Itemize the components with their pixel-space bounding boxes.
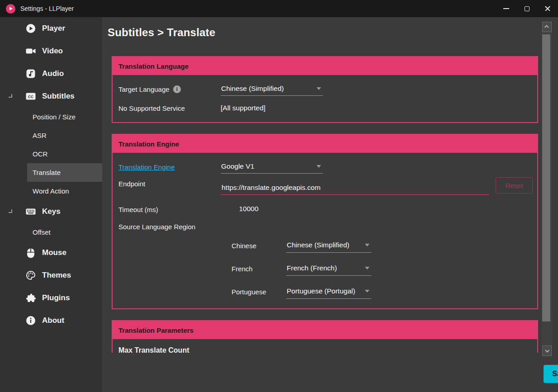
no-supported-service-value: [All supported]	[221, 104, 265, 112]
sidebar-item-mouse[interactable]: Mouse	[0, 241, 102, 264]
scrollbar-thumb[interactable]	[542, 34, 550, 321]
minimize-icon	[503, 8, 509, 9]
window-title: Settings - LLPlayer	[20, 5, 74, 12]
close-icon	[544, 5, 551, 12]
french-region-dropdown[interactable]: French (French)	[286, 262, 371, 276]
sidebar-item-video[interactable]: Video	[0, 40, 102, 62]
translation-engine-row: Translation Engine Google V1	[113, 157, 537, 176]
no-supported-service-label: No Supported Service	[118, 104, 185, 112]
section-header: Translation Parameters	[113, 321, 537, 339]
sidebar-item-label: Player	[42, 24, 65, 33]
endpoint-label: Endpoint	[118, 180, 145, 188]
close-window-button[interactable]	[537, 0, 558, 17]
chevron-up-icon	[544, 25, 549, 29]
translation-engine-link[interactable]: Translation Engine	[118, 163, 221, 171]
sidebar-item-label: Keys	[42, 207, 61, 216]
chevron-down-icon	[365, 267, 369, 269]
expander-icon[interactable]	[9, 94, 12, 98]
settings-scroll-viewport: Subtitles > Translate Translation Langua…	[102, 17, 558, 353]
app-logo-icon	[6, 4, 15, 14]
section-translation-parameters: Translation Parameters Max Translate Cou…	[112, 320, 538, 353]
chinese-label: Chinese	[232, 242, 256, 250]
sidebar-item-position-size[interactable]: Position / Size	[27, 108, 102, 126]
vertical-scrollbar[interactable]	[542, 22, 552, 357]
timeout-label: Timeout (ms)	[118, 206, 158, 213]
target-language-label: Target Language i	[118, 85, 221, 93]
title-bar: Settings - LLPlayer	[0, 0, 558, 17]
chevron-down-icon	[317, 165, 321, 168]
sidebar-item-plugins[interactable]: Plugins	[0, 287, 102, 309]
portuguese-region-dropdown[interactable]: Portuguese (Portugal)	[286, 285, 371, 299]
sidebar-item-keys[interactable]: Keys	[0, 200, 102, 223]
endpoint-input[interactable]	[221, 181, 489, 195]
sidebar-item-label: Plugins	[42, 293, 70, 302]
chevron-down-icon	[317, 87, 321, 90]
reset-button[interactable]: Reset	[496, 177, 533, 194]
sidebar-item-translate[interactable]: Translate	[27, 163, 102, 182]
section-translation-engine: Translation Engine Translation Engine Go…	[112, 134, 538, 309]
target-language-row: Target Language i Chinese (Simplified)	[113, 80, 537, 99]
sidebar-item-player[interactable]: Player	[0, 17, 102, 40]
video-camera-icon	[25, 46, 36, 57]
page-title: Subtitles > Translate	[108, 26, 558, 39]
timeout-input[interactable]	[221, 203, 277, 216]
minimize-button[interactable]	[496, 0, 516, 17]
play-icon	[25, 23, 36, 34]
no-supported-service-row: No Supported Service [All supported]	[113, 99, 537, 118]
sidebar-item-about[interactable]: About	[0, 309, 102, 332]
sidebar: Player Video Audio CC Subtitles Position…	[0, 17, 102, 392]
chinese-region-dropdown[interactable]: Chinese (Simplified)	[286, 239, 371, 253]
chevron-down-icon	[365, 290, 369, 293]
sidebar-item-offset[interactable]: Offset	[27, 223, 102, 241]
section-header: Translation Language	[113, 57, 537, 75]
sidebar-item-label: Themes	[42, 271, 71, 280]
target-language-dropdown[interactable]: Chinese (Simplified)	[221, 82, 323, 96]
music-note-icon	[25, 68, 36, 79]
maximize-icon	[525, 6, 530, 11]
sidebar-item-ocr[interactable]: OCR	[27, 145, 102, 163]
section-header: Translation Engine	[113, 135, 537, 153]
endpoint-row: Endpoint Reset	[113, 176, 537, 200]
main-content: Subtitles > Translate Translation Langua…	[102, 17, 558, 392]
sidebar-item-label: Mouse	[42, 248, 66, 257]
timeout-row: Timeout (ms)	[113, 200, 537, 219]
scroll-up-button[interactable]	[542, 22, 552, 32]
sidebar-item-asr[interactable]: ASR	[27, 126, 102, 145]
chevron-down-icon	[365, 244, 369, 246]
sidebar-item-label: Video	[42, 47, 63, 56]
cc-icon: CC	[25, 91, 36, 102]
sidebar-item-subtitles[interactable]: CC Subtitles	[0, 85, 102, 108]
french-label: French	[232, 265, 253, 273]
section-translation-language: Translation Language Target Language i C…	[112, 56, 538, 123]
source-language-region-row: Source Language Region	[113, 219, 537, 234]
scroll-down-button[interactable]	[542, 345, 552, 356]
mouse-icon	[25, 247, 36, 258]
puzzle-icon	[25, 293, 36, 303]
chevron-down-icon	[545, 348, 549, 353]
info-icon[interactable]: i	[173, 85, 181, 93]
sidebar-item-themes[interactable]: Themes	[0, 264, 102, 287]
translation-engine-dropdown[interactable]: Google V1	[221, 160, 323, 174]
portuguese-label: Portuguese	[232, 288, 266, 296]
source-region-row-chinese: Chinese Chinese (Simplified)	[232, 234, 537, 257]
palette-icon	[25, 270, 36, 281]
source-language-region-label: Source Language Region	[118, 223, 195, 231]
svg-text:CC: CC	[28, 94, 33, 99]
info-icon	[25, 315, 36, 326]
max-translate-count-label: Max Translate Count	[113, 346, 537, 353]
sidebar-item-label: Subtitles	[42, 92, 75, 101]
sidebar-item-label: About	[42, 316, 64, 325]
expander-icon[interactable]	[9, 209, 12, 213]
source-region-row-french: French French (French)	[232, 257, 537, 280]
keyboard-icon	[25, 206, 36, 217]
source-region-row-portuguese: Portuguese Portuguese (Portugal)	[232, 280, 537, 303]
save-and-close-button[interactable]: Save & Close	[544, 365, 558, 383]
maximize-button[interactable]	[516, 0, 537, 17]
sidebar-item-word-action[interactable]: Word Action	[27, 182, 102, 200]
sidebar-item-audio[interactable]: Audio	[0, 62, 102, 85]
sidebar-item-label: Audio	[42, 69, 64, 78]
